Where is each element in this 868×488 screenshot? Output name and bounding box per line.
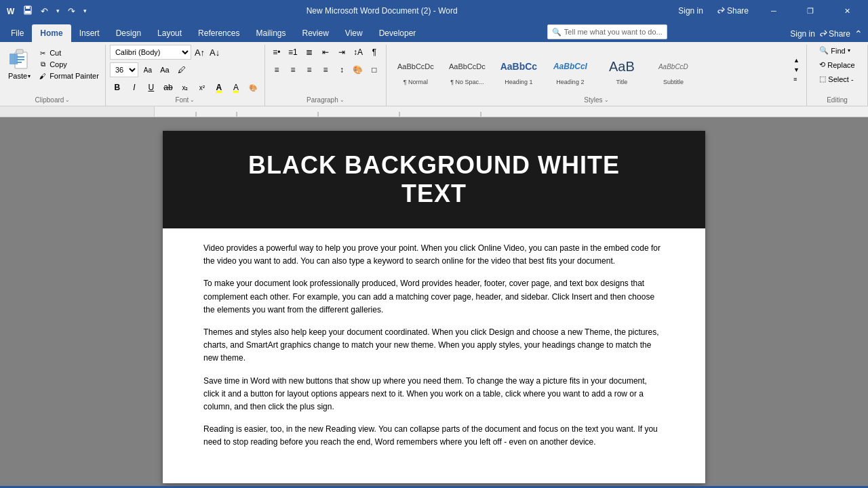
superscript-button[interactable]: x²: [195, 80, 210, 95]
line-spacing[interactable]: ↕: [334, 62, 349, 77]
replace-button[interactable]: ⟲ Replace: [816, 59, 857, 70]
sort-button[interactable]: ↕A: [351, 45, 366, 60]
font-family-select[interactable]: Calibri (Body): [110, 45, 191, 60]
clipboard-content: Paste ▾ ✂ Cut ⧉ Copy 🖌 Format Painter: [4, 45, 101, 95]
cut-button[interactable]: ✂ Cut: [36, 47, 101, 58]
share-button[interactable]: Share: [713, 5, 753, 17]
cut-icon: ✂: [38, 48, 47, 58]
tab-layout[interactable]: Layout: [149, 24, 190, 42]
text-case-button[interactable]: Aa: [157, 62, 172, 77]
shading-button[interactable]: 🎨: [245, 80, 260, 95]
svg-rect-6: [16, 49, 23, 54]
clipboard-small-buttons: ✂ Cut ⧉ Copy 🖌 Format Painter: [36, 45, 101, 81]
sign-in-label[interactable]: Sign in: [790, 29, 815, 39]
subscript-button[interactable]: x₂: [178, 80, 193, 95]
styles-expand[interactable]: ⌄: [604, 97, 609, 103]
shrink-font-button[interactable]: A↓: [208, 47, 221, 58]
align-left[interactable]: ≡: [269, 62, 284, 77]
paragraph-4[interactable]: Save time in Word with new buttons that …: [203, 375, 665, 414]
paragraph-2[interactable]: To make your document look professionall…: [203, 277, 665, 317]
styles-scroll-down[interactable]: ▼: [792, 65, 801, 75]
highlight-button[interactable]: 🖊: [174, 62, 189, 77]
align-center[interactable]: ≡: [285, 62, 300, 77]
select-button[interactable]: ⬚ Select -: [816, 73, 856, 85]
multilevel-list[interactable]: ≣: [302, 45, 317, 60]
styles-scroll-up[interactable]: ▲: [792, 56, 801, 65]
page-body[interactable]: Video provides a powerful way to help yo…: [163, 228, 705, 479]
show-formatting[interactable]: ¶: [367, 45, 382, 60]
style-subtitle[interactable]: AaBbCcD Subtitle: [648, 52, 698, 87]
font-group: Calibri (Body) A↑ A↓ 36 Aa Aa 🖊 B I U ab…: [106, 45, 265, 106]
borders-button[interactable]: □: [367, 62, 382, 77]
find-button[interactable]: 🔍 Find ▾: [816, 45, 852, 56]
font-size-select[interactable]: 36: [110, 62, 138, 77]
para-expand[interactable]: ⌄: [340, 97, 344, 103]
copy-button[interactable]: ⧉ Copy: [36, 59, 101, 70]
style-heading1[interactable]: AaBbCc Heading 1: [494, 52, 544, 87]
bold-button[interactable]: B: [110, 80, 125, 95]
style-normal[interactable]: AaBbCcDc ¶ Normal: [391, 52, 441, 87]
style-no-spacing[interactable]: AaBbCcDc ¶ No Spac...: [442, 52, 492, 87]
styles-label: Styles ⌄: [584, 95, 608, 106]
text-highlight-button[interactable]: A: [229, 80, 243, 95]
style-title-label: Title: [616, 79, 628, 85]
share-btn-top[interactable]: Share: [819, 29, 850, 39]
paste-icon: [9, 47, 31, 72]
tab-design[interactable]: Design: [108, 24, 149, 42]
increase-indent[interactable]: ⇥: [334, 45, 349, 60]
sign-in-button[interactable]: Sign in: [674, 5, 707, 17]
svg-rect-10: [9, 54, 18, 64]
align-right[interactable]: ≡: [302, 62, 317, 77]
tab-file[interactable]: File: [3, 24, 32, 42]
restore-button[interactable]: ❐: [795, 0, 826, 22]
tab-references[interactable]: References: [190, 24, 248, 42]
style-heading1-preview: AaBbCc: [497, 54, 540, 79]
tab-mailings[interactable]: Mailings: [248, 24, 294, 42]
clear-format-button[interactable]: Aa: [140, 62, 155, 77]
document-area: BLACK BACKGROUND WHITE TEXT Video provid…: [0, 117, 868, 486]
paste-dropdown[interactable]: ▾: [28, 73, 31, 79]
undo-dropdown[interactable]: ▾: [54, 6, 62, 16]
page-header[interactable]: BLACK BACKGROUND WHITE TEXT: [163, 131, 705, 228]
font-expand[interactable]: ⌄: [190, 97, 195, 103]
clipboard-expand[interactable]: ⌄: [65, 97, 70, 103]
tell-me-input[interactable]: 🔍 Tell me what you want to do...: [547, 24, 667, 39]
save-button[interactable]: [20, 4, 35, 18]
tab-review[interactable]: Review: [294, 24, 336, 42]
document-title[interactable]: BLACK BACKGROUND WHITE TEXT: [203, 151, 665, 208]
decrease-indent[interactable]: ⇤: [318, 45, 333, 60]
close-button[interactable]: ✕: [831, 0, 863, 22]
shading-para[interactable]: 🎨: [351, 62, 366, 77]
styles-more[interactable]: ≡: [792, 75, 801, 84]
style-subtitle-preview: AaBbCcD: [652, 54, 695, 79]
paragraph-5[interactable]: Reading is easier, too, in the new Readi…: [203, 423, 665, 449]
italic-button[interactable]: I: [127, 80, 142, 95]
paragraph-1[interactable]: Video provides a powerful way to help yo…: [203, 242, 665, 268]
paragraph-group: ≡• ≡1 ≣ ⇤ ⇥ ↕A ¶ ≡ ≡ ≡ ≡ ↕ 🎨 □ Paragraph…: [265, 45, 387, 106]
tab-insert[interactable]: Insert: [71, 24, 108, 42]
customize-qat[interactable]: ▾: [81, 6, 90, 16]
collapse-ribbon[interactable]: ⌃: [854, 28, 863, 39]
font-color-button[interactable]: A: [212, 80, 226, 95]
paragraph-3[interactable]: Themes and styles also help keep your do…: [203, 326, 665, 365]
tab-developer[interactable]: Developer: [371, 24, 425, 42]
style-heading2[interactable]: AaBbCcI Heading 2: [545, 52, 595, 87]
tab-view[interactable]: View: [337, 24, 371, 42]
redo-button[interactable]: ↷: [65, 5, 78, 18]
undo-button[interactable]: ↶: [38, 5, 51, 18]
paste-button[interactable]: Paste ▾: [4, 45, 35, 83]
paragraph-content: ≡• ≡1 ≣ ⇤ ⇥ ↕A ¶ ≡ ≡ ≡ ≡ ↕ 🎨 □: [269, 45, 382, 95]
bullets-button[interactable]: ≡•: [269, 45, 284, 60]
numbering-button[interactable]: ≡1: [285, 45, 300, 60]
underline-button[interactable]: U: [144, 80, 159, 95]
find-dropdown[interactable]: ▾: [848, 47, 850, 54]
minimize-button[interactable]: ─: [758, 0, 789, 22]
paste-label: Paste: [8, 72, 27, 80]
strikethrough-button[interactable]: ab: [161, 80, 176, 95]
justify[interactable]: ≡: [318, 62, 333, 77]
tab-home[interactable]: Home: [32, 24, 71, 42]
paragraph-label: Paragraph ⌄: [307, 95, 344, 106]
grow-font-button[interactable]: A↑: [193, 47, 206, 58]
format-painter-button[interactable]: 🖌 Format Painter: [36, 70, 101, 81]
style-title[interactable]: AaB Title: [597, 52, 647, 87]
